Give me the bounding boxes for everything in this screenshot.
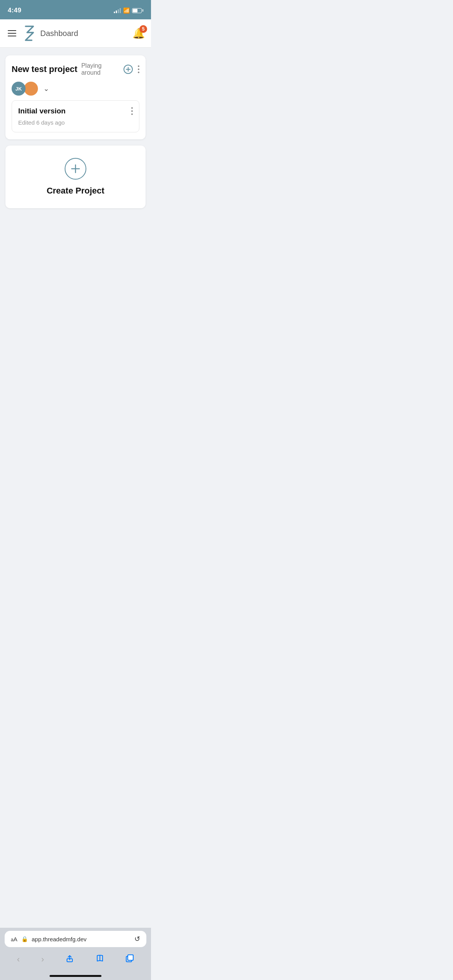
project-header: New test project Playing around [12, 62, 139, 76]
app-logo [22, 25, 36, 42]
status-icons: 📶 [114, 7, 143, 14]
hamburger-line [8, 33, 16, 34]
version-more-button[interactable] [131, 107, 133, 115]
header-title: Dashboard [40, 29, 78, 38]
project-more-button[interactable] [138, 65, 139, 73]
version-header: Initial version [18, 107, 133, 115]
create-plus-icon [65, 158, 86, 180]
dot [138, 69, 139, 70]
status-bar: 4:49 📶 [0, 0, 151, 19]
version-title: Initial version [18, 107, 65, 115]
hamburger-line [8, 30, 16, 31]
avatars-expand-button[interactable]: ⌄ [43, 84, 49, 93]
version-edited-label: Edited 6 days ago [18, 119, 133, 126]
notification-button[interactable]: 🔔 5 [132, 27, 145, 39]
app-header: Dashboard 🔔 5 [0, 19, 151, 48]
project-card: New test project Playing around JK ⌄ [5, 55, 146, 139]
project-tag: Playing around [81, 62, 118, 76]
avatar-jk: JK [12, 82, 26, 96]
dot [131, 107, 133, 109]
wifi-icon: 📶 [123, 7, 130, 14]
main-content: New test project Playing around JK ⌄ [0, 48, 151, 216]
dot [131, 113, 133, 115]
avatar-row: JK ⌄ [12, 82, 139, 96]
dot [138, 65, 139, 67]
plus-icon [69, 163, 82, 175]
dot [138, 72, 139, 73]
add-project-button[interactable] [122, 63, 134, 75]
dot [131, 110, 133, 112]
menu-button[interactable] [6, 29, 18, 38]
signal-icon [114, 8, 121, 13]
avatar-orange [24, 82, 38, 96]
battery-icon [132, 8, 143, 13]
add-circle-icon [123, 64, 133, 74]
notification-badge: 5 [139, 25, 147, 33]
create-project-label: Create Project [46, 186, 104, 196]
create-project-card[interactable]: Create Project [5, 146, 146, 208]
status-time: 4:49 [8, 7, 21, 14]
hamburger-line [8, 36, 16, 36]
logo-area: Dashboard [22, 25, 78, 42]
project-title: New test project [12, 64, 77, 74]
version-card: Initial version Edited 6 days ago [12, 100, 139, 132]
